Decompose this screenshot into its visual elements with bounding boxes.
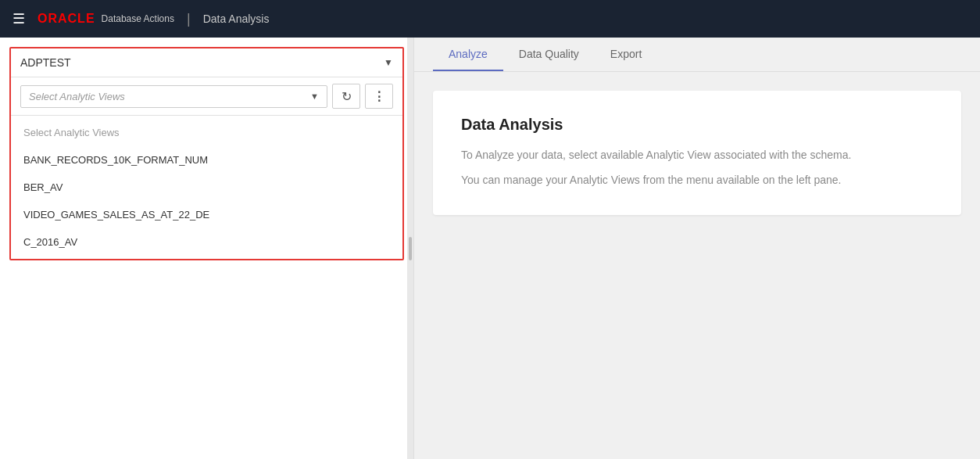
list-item[interactable]: Select Analytic Views (11, 119, 402, 146)
db-actions-label: Database Actions (102, 13, 174, 24)
av-select-placeholder-text: Select Analytic Views (29, 91, 125, 102)
main-layout: ADPTEST ▼ Select Analytic Views ▼ Select… (0, 38, 980, 459)
hamburger-menu-icon[interactable]: ☰ (13, 10, 25, 27)
more-options-button[interactable] (365, 84, 393, 109)
more-options-icon (373, 89, 385, 104)
topbar: ☰ ORACLE Database Actions | Data Analysi… (0, 0, 980, 38)
sidebar-resizer[interactable] (407, 38, 413, 459)
schema-dropdown-arrow-icon: ▼ (384, 57, 393, 68)
av-controls-row: Select Analytic Views ▼ (11, 77, 402, 116)
sidebar: ADPTEST ▼ Select Analytic Views ▼ Select… (0, 38, 414, 459)
tab-export[interactable]: Export (595, 38, 657, 71)
page-title-topbar: Data Analysis (203, 13, 270, 25)
info-card-title: Data Analysis (461, 116, 933, 134)
list-item[interactable]: C_2016_AV (11, 228, 402, 256)
list-item[interactable]: BER_AV (11, 174, 402, 201)
info-line-2: You can manage your Analytic Views from … (461, 171, 933, 190)
av-select-arrow-icon: ▼ (310, 91, 319, 101)
oracle-logo-text: ORACLE (38, 12, 95, 26)
list-item[interactable]: VIDEO_GAMES_SALES_AS_AT_22_DE (11, 201, 402, 228)
content-area: Analyze Data Quality Export Data Analysi… (414, 38, 980, 459)
info-card: Data Analysis To Analyze your data, sele… (433, 91, 961, 215)
tab-data-quality[interactable]: Data Quality (503, 38, 595, 71)
av-dropdown-list: Select Analytic Views BANK_RECORDS_10K_F… (11, 116, 402, 259)
list-item[interactable]: BANK_RECORDS_10K_FORMAT_NUM (11, 146, 402, 174)
oracle-logo-area: ORACLE Database Actions (38, 12, 174, 26)
av-select-dropdown[interactable]: Select Analytic Views ▼ (20, 85, 327, 108)
refresh-icon (342, 89, 352, 104)
nav-divider: | (187, 11, 191, 27)
info-line-1: To Analyze your data, select available A… (461, 146, 933, 165)
refresh-button[interactable] (332, 84, 360, 109)
tabs-bar: Analyze Data Quality Export (414, 38, 980, 72)
tab-analyze[interactable]: Analyze (433, 38, 503, 71)
info-card-text: To Analyze your data, select available A… (461, 146, 933, 190)
schema-selector-panel: ADPTEST ▼ Select Analytic Views ▼ Select… (9, 47, 404, 260)
resizer-handle (409, 237, 412, 260)
content-panel: Data Analysis To Analyze your data, sele… (414, 72, 980, 459)
schema-dropdown[interactable]: ADPTEST ▼ (11, 48, 402, 77)
schema-selected-value: ADPTEST (20, 56, 71, 69)
